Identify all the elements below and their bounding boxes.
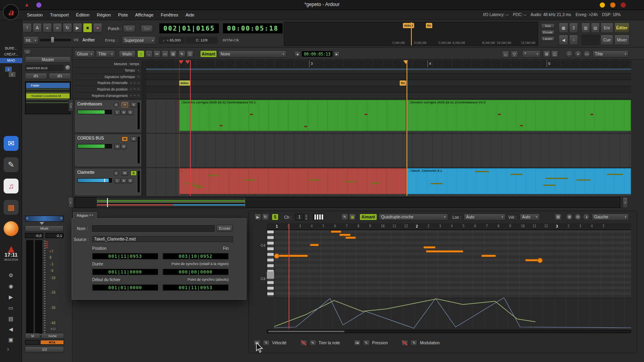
midi-play-button[interactable]: ▶ (254, 214, 261, 220)
ruler-signature-row[interactable] (146, 74, 631, 80)
lane-draw-icon[interactable]: ✎ (310, 340, 316, 346)
lane-hidden-eye-icon[interactable] (300, 340, 307, 346)
track-lane-cordes-bus[interactable] (146, 134, 631, 167)
grab-mode-button[interactable]: ☝ (137, 50, 144, 58)
mute-button[interactable]: M (122, 136, 128, 142)
region[interactable]: ♫Devoirs corrigés 2025-18-12.Contrebasse… (179, 100, 406, 131)
velocity-select[interactable]: Auto (520, 214, 540, 220)
nav-prev-button[interactable]: ◂ (294, 51, 300, 57)
ruler-row-label[interactable]: Repères d'arrangement< + > (74, 93, 142, 99)
volume-icon[interactable]: ◀ (6, 324, 16, 334)
track-lane-contrebasses[interactable]: ♫Devoirs corrigés 2025-18-12.Contrebasse… (146, 100, 631, 133)
midi-note-grid[interactable] (274, 230, 631, 298)
go-to-start-button[interactable]: « (43, 23, 52, 33)
workspace-pager-1[interactable]: 1 (5, 67, 12, 72)
gain-mode-button-g[interactable]: G (127, 178, 133, 183)
midi-solo-button[interactable]: S (272, 214, 279, 220)
ruler-add-buttons[interactable]: < + > (130, 94, 139, 97)
monitor-level-slider-thumb[interactable] (51, 37, 54, 43)
grid-unit-select[interactable]: Noire (218, 50, 287, 58)
mini-playhead[interactable] (411, 22, 412, 45)
midi-note[interactable] (481, 255, 496, 257)
duree-clock[interactable]: 001|11|0000 (92, 269, 158, 275)
speaker-icon[interactable]: ◀ (559, 35, 568, 45)
marker-fin-tab[interactable]: fin (426, 23, 432, 28)
menu-édition[interactable]: Édition (72, 10, 93, 20)
channel-count-button[interactable]: 1/2 (25, 346, 64, 352)
smart-mode-button[interactable]: Malin (119, 50, 136, 58)
expand-icon[interactable]: › (3, 344, 13, 354)
enr-window-button[interactable]: Enr (601, 23, 613, 33)
status-dot-red-icon[interactable] (621, 2, 626, 8)
midi-note[interactable] (339, 234, 351, 236)
gain-mode-button-l[interactable]: L (114, 110, 120, 115)
ardour-app-icon[interactable]: ▲ (4, 241, 19, 256)
debut-fichier-clock[interactable]: 001|01|0000 (92, 284, 158, 291)
snap-toggle-button[interactable]: Aimant (200, 50, 217, 58)
menu-session[interactable]: Session (23, 10, 46, 20)
region[interactable]: ♫Devoirs corrigés 2025-18-12.1Contrebass… (407, 100, 631, 131)
position-clock[interactable]: 001|11|0953 (92, 253, 158, 259)
ruler-arrangement-row[interactable] (146, 93, 631, 99)
status-dot-orange-icon[interactable] (610, 2, 615, 8)
midi-zoom-out-icon[interactable]: ⊖ (574, 214, 581, 220)
lane-draw-icon[interactable]: ✎ (363, 340, 370, 346)
audition-mode-button[interactable]: ⊞ (169, 50, 177, 58)
mute-button[interactable]: M (122, 102, 128, 107)
midi-note[interactable] (331, 230, 341, 233)
processor-plugin[interactable]: Youlean Loudness M (26, 93, 70, 99)
auto-input-button[interactable]: A (33, 23, 42, 33)
monitor-select[interactable]: Int. (23, 36, 39, 44)
midi-grid-select[interactable]: Quadruple-croche (379, 214, 448, 220)
stylus-app-icon[interactable]: ✎ (4, 157, 19, 172)
monitor-count-button[interactable]: 3 (569, 23, 578, 33)
save-view-icon[interactable]: ◫ (551, 50, 558, 58)
mixer-window-button[interactable]: Mixer (614, 35, 630, 45)
lane-hidden-eye-icon[interactable] (401, 340, 408, 346)
tablet-icon[interactable]: ▣ (6, 335, 16, 344)
pan-slider-thumb[interactable] (39, 222, 44, 225)
midi-ruler[interactable]: 12345678910111222345678910111232345 (267, 223, 631, 230)
zoom-fit-button[interactable]: ▭ (583, 50, 590, 58)
track-name[interactable]: CORDES BUS (77, 136, 104, 140)
midi-close-icon[interactable]: ⊠ (555, 214, 561, 220)
mute-button[interactable]: M (122, 171, 128, 176)
gain-mode-button-l[interactable]: L (114, 178, 120, 183)
solo-button[interactable]: S (130, 102, 137, 107)
solo-button[interactable]: S (130, 136, 137, 142)
stop-button[interactable]: ■ (83, 23, 92, 33)
strip-display-icon[interactable]: ▭ (24, 49, 31, 55)
mixer-grid-app-icon[interactable]: ▦ (4, 200, 19, 215)
sync-rel-clock[interactable]: 000|00|0000 (163, 269, 229, 275)
midi-zoom-in-icon[interactable]: ⊕ (566, 214, 573, 220)
note-handle[interactable] (274, 253, 279, 259)
fin-clock[interactable]: 003|10|0952 (163, 253, 229, 259)
status-dot-yellow-icon[interactable] (600, 2, 605, 8)
stretch-mode-button[interactable]: ▭ (161, 50, 169, 58)
phase-2-button[interactable]: Ø2 (49, 73, 71, 79)
grid-panel-icon[interactable]: ▦ (559, 23, 568, 33)
master-bus-button[interactable]: MASTER BUS (25, 65, 64, 71)
piano-keyboard-icon[interactable] (313, 214, 324, 220)
range-mode-button[interactable]: ↔ (145, 50, 153, 58)
marker-debut-ruler-tab[interactable]: débu: (179, 80, 190, 86)
track-header-cordes-bus[interactable]: CORDES BUSMSAG (74, 134, 142, 167)
punch-out-button[interactable]: Sor (141, 25, 153, 32)
midi-hscrollbar-thumb[interactable] (268, 331, 345, 332)
fader-automation-lane[interactable] (26, 89, 70, 93)
channel-spinner-arrows[interactable]: ▴▾ (304, 214, 308, 220)
marker-fin-ruler-tab[interactable]: fin (400, 80, 406, 86)
ruler-add-buttons[interactable]: < + > (130, 81, 139, 85)
midi-panic-button[interactable]: ! (23, 23, 32, 33)
piano-keys[interactable] (267, 230, 274, 298)
marker-filter-select[interactable]: * (522, 50, 541, 58)
zoom-in-button[interactable]: + (574, 50, 582, 58)
summary-view-rect[interactable] (97, 198, 245, 207)
ruler-interval-row[interactable] (146, 80, 631, 86)
workspace-label-2[interactable]: CRÉAT... (0, 52, 22, 57)
record-enable-button[interactable] (114, 102, 119, 107)
track-lane-clarinette[interactable]: ♪♫Take6_Clarinette-5.1 (146, 168, 631, 196)
track-header-contrebasses[interactable]: ContrebassesMSLAG (74, 100, 142, 133)
midi-note[interactable] (310, 244, 319, 246)
solo-button[interactable]: S (130, 171, 137, 176)
